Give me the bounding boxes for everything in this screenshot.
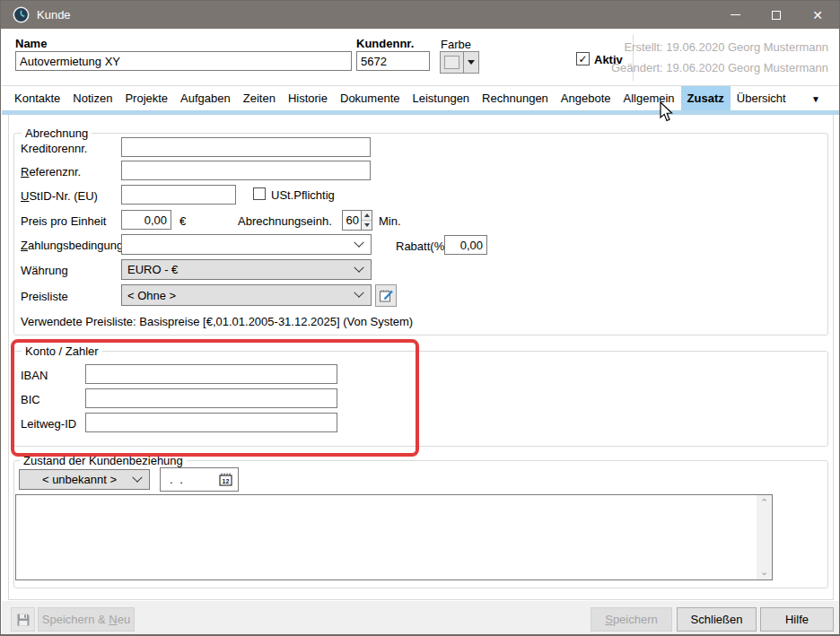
preisliste-select[interactable]: < Ohne >: [121, 284, 372, 306]
chevron-down-icon: [468, 60, 475, 65]
minimize-button[interactable]: [715, 1, 756, 29]
hilfe-button[interactable]: Hilfe: [760, 607, 834, 632]
preis-pro-einheit-input[interactable]: [121, 210, 171, 230]
tab-bar: KontakteNotizenProjekteAufgabenZeitenHis…: [8, 86, 792, 110]
chevron-down-icon: [354, 237, 363, 247]
tab-angebote[interactable]: Angebote: [555, 86, 617, 110]
ustpflichtig-checkbox[interactable]: [253, 187, 266, 200]
maximize-button[interactable]: [756, 1, 797, 29]
name-input[interactable]: [15, 51, 352, 71]
zustand-notes-wrap: ⌃ ⌄: [15, 494, 773, 580]
color-dropdown-button[interactable]: [464, 51, 479, 74]
date-value: . .: [161, 473, 218, 486]
edit-note-icon: [379, 288, 394, 303]
speichern-neu-button[interactable]: Speichern & Neu: [38, 607, 135, 632]
tab-dokumente[interactable]: Dokumente: [334, 86, 406, 110]
zustand-select[interactable]: < unbekannt >: [19, 469, 150, 490]
erstellt-text: Erstellt: 19.06.2020 Georg Mustermann: [624, 40, 828, 54]
zahlungsbedingung-label: Zahlungsbedingung: [21, 239, 123, 252]
vertical-scrollbar[interactable]: ⌃ ⌄: [757, 495, 772, 579]
close-button[interactable]: ✕: [797, 1, 838, 29]
maximize-icon: [772, 11, 781, 20]
tab-projekte[interactable]: Projekte: [118, 86, 174, 110]
floppy-disk-icon: [16, 613, 31, 627]
stepper-up-button[interactable]: [362, 211, 372, 220]
referenznr-label: Referenznr.: [21, 165, 81, 179]
preis-pro-einheit-label: Preis pro Einheit: [21, 214, 106, 228]
scroll-up-icon[interactable]: ⌃: [757, 495, 772, 510]
zahlungsbedingung-select[interactable]: [121, 234, 372, 255]
abrechnungseinh-label: Abrechnungseinh.: [238, 214, 332, 228]
leitweg-label: Leitweg-ID: [21, 417, 76, 431]
geaendert-text: Geändert: 19.06.2020 Georg Mustermann: [611, 61, 828, 74]
abrechnung-legend: Abrechnung: [22, 126, 92, 140]
name-label: Name: [15, 37, 47, 50]
svg-text:12: 12: [223, 478, 230, 484]
bic-input[interactable]: [85, 388, 337, 408]
abrechnungseinh-stepper[interactable]: 60: [342, 210, 372, 231]
aktiv-checkbox[interactable]: ✓: [576, 52, 590, 65]
calendar-icon[interactable]: 12: [218, 472, 233, 487]
waehrung-value: EURO - €: [122, 263, 355, 276]
referenznr-input[interactable]: [121, 161, 371, 180]
chevron-down-icon: [354, 262, 363, 272]
chevron-down-icon: [354, 288, 363, 298]
tab-historie[interactable]: Historie: [282, 86, 334, 110]
tab-rechnungen[interactable]: Rechnungen: [476, 86, 555, 110]
chevron-down-icon: [132, 472, 142, 482]
tab-zeiten[interactable]: Zeiten: [237, 86, 282, 110]
zustand-legend: Zustand der Kundenbeziehung: [20, 454, 187, 467]
kundennr-input[interactable]: [356, 51, 430, 71]
title-bar: Kunde ✕: [1, 1, 839, 29]
verwendete-preisliste-text: Verwendete Preisliste: Basispreise [€,01…: [21, 315, 413, 328]
kundennr-label: Kundennr.: [356, 37, 414, 50]
ustid-label: UStID-Nr. (EU): [21, 189, 98, 203]
record-info: Erstellt: 19.06.2020 Georg Mustermann Ge…: [633, 35, 833, 81]
speichern-button[interactable]: Speichern: [591, 607, 672, 632]
leitweg-input[interactable]: [85, 413, 337, 432]
min-unit-label: Min.: [379, 214, 401, 228]
tab-allgemein[interactable]: Allgemein: [617, 86, 681, 110]
tab-ubersicht[interactable]: Übersicht: [731, 86, 792, 110]
ustpflichtig-label: USt.Pflichtig: [271, 188, 335, 202]
tab-leistungen[interactable]: Leistungen: [406, 86, 476, 110]
arrow-down-icon: [364, 223, 370, 227]
color-swatch: [444, 56, 459, 69]
tab-notizen[interactable]: Notizen: [66, 86, 118, 110]
farbe-label: Farbe: [441, 38, 471, 51]
stepper-down-button[interactable]: [362, 220, 372, 230]
close-icon: ✕: [812, 9, 823, 22]
waehrung-label: Währung: [21, 264, 68, 277]
zustand-notes-textarea[interactable]: [16, 495, 772, 579]
konto-zahler-legend: Konto / Zahler: [22, 344, 102, 358]
iban-label: IBAN: [21, 369, 48, 382]
scroll-down-icon[interactable]: ⌄: [757, 564, 772, 579]
tab-overflow-button[interactable]: ▼: [811, 94, 820, 104]
preisliste-edit-button[interactable]: [375, 284, 397, 307]
button-bar: Speichern & Neu Speichern Schließen Hilf…: [2, 601, 840, 635]
iban-input[interactable]: [85, 364, 337, 384]
preisliste-label: Preisliste: [21, 290, 68, 303]
tab-aufgaben[interactable]: Aufgaben: [174, 86, 237, 110]
arrow-up-icon: [364, 213, 370, 217]
minimize-icon: [731, 14, 740, 15]
save-icon-button[interactable]: [11, 607, 35, 632]
color-swatch-button[interactable]: [440, 51, 464, 74]
preisliste-value: < Ohne >: [122, 289, 355, 302]
header-panel: Name Kundennr. Farbe ✓ Aktiv Erstellt: 1…: [2, 29, 840, 86]
kreditorennr-input[interactable]: [121, 137, 371, 157]
tab-kontakte[interactable]: Kontakte: [8, 86, 66, 110]
ustid-input[interactable]: [121, 185, 236, 205]
color-picker[interactable]: [440, 51, 479, 74]
zustand-value: < unbekannt >: [20, 473, 134, 486]
clock-icon: [13, 6, 30, 23]
zustand-date-field[interactable]: . . 12: [160, 467, 239, 492]
rabatt-label: Rabatt(%): [396, 240, 449, 253]
tab-strip-highlight: [2, 110, 840, 115]
euro-unit-label: €: [179, 214, 186, 228]
schliessen-button[interactable]: Schließen: [677, 607, 757, 632]
bic-label: BIC: [21, 393, 40, 406]
waehrung-select[interactable]: EURO - €: [121, 259, 372, 280]
tab-zusatz[interactable]: Zusatz: [681, 86, 731, 110]
rabatt-input[interactable]: [444, 235, 487, 255]
